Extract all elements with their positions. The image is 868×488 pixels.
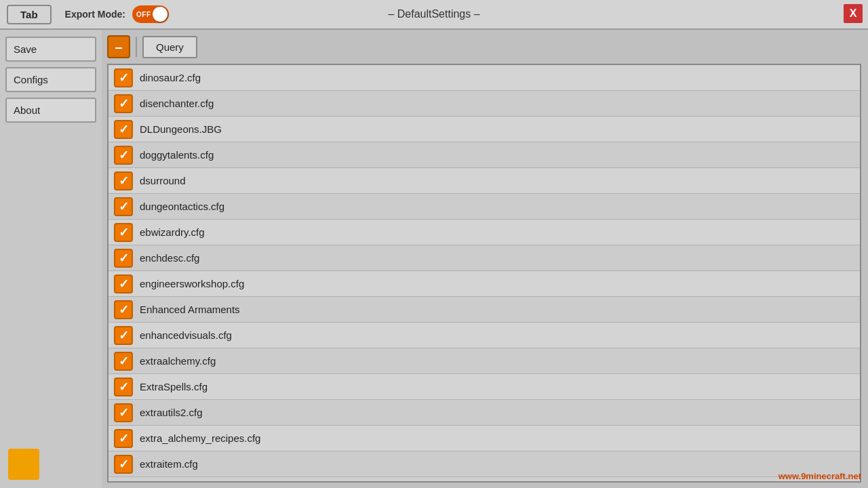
list-item[interactable]: ✓ExtraSpells.cfg <box>108 374 860 400</box>
list-item[interactable]: ✓extrautils2.cfg <box>108 400 860 426</box>
toggle-off-label: OFF <box>136 11 151 18</box>
close-button[interactable]: X <box>844 4 863 23</box>
list-item[interactable]: ✓engineersworkshop.cfg <box>108 271 860 297</box>
item-name: dungeontactics.cfg <box>140 201 224 212</box>
checkbox-icon: ✓ <box>114 300 133 319</box>
item-name: disenchanter.cfg <box>140 98 214 109</box>
list-item[interactable]: ✓enhancedvisuals.cfg <box>108 323 860 348</box>
list-item[interactable]: ✓extra_alchemy_recipes.cfg <box>108 426 860 451</box>
toggle-knob <box>153 7 167 22</box>
checkbox-icon: ✓ <box>114 378 133 396</box>
item-name: enchdesc.cfg <box>140 252 199 264</box>
list-item[interactable]: ✓enchdesc.cfg <box>108 245 860 271</box>
item-name: engineersworkshop.cfg <box>140 278 244 289</box>
tab-button[interactable]: Tab <box>7 5 52 24</box>
item-name: extrautils2.cfg <box>140 407 203 418</box>
list-item[interactable]: ✓extraitem.cfg <box>108 451 860 477</box>
header: Tab Export Mode: OFF – DefaultSettings –… <box>0 0 868 30</box>
checkbox-icon: ✓ <box>114 197 133 216</box>
checkbox-icon: ✓ <box>114 171 133 190</box>
config-list[interactable]: ✓dinosaur2.cfg✓disenchanter.cfg✓DLDungeo… <box>107 64 861 483</box>
item-name: doggytalents.cfg <box>140 149 214 161</box>
checkbox-icon: ✓ <box>114 326 133 345</box>
query-button[interactable]: Query <box>142 36 197 58</box>
list-item[interactable]: ✓disenchanter.cfg <box>108 91 860 117</box>
checkbox-icon: ✓ <box>114 352 133 371</box>
toggle-track[interactable]: OFF <box>132 5 169 23</box>
main-layout: Save Configs About – Query ✓dinosaur2.cf… <box>0 30 868 488</box>
checkbox-icon: ✓ <box>114 249 133 268</box>
list-item[interactable]: ✓extraalchemy.cfg <box>108 348 860 374</box>
checkbox-icon: ✓ <box>114 223 133 242</box>
window-title: – DefaultSettings – <box>388 8 479 20</box>
checkbox-icon: ✓ <box>114 429 133 448</box>
export-mode-label: Export Mode: <box>65 9 125 20</box>
toolbar-divider <box>136 37 137 57</box>
minus-button[interactable]: – <box>107 35 130 58</box>
orange-square <box>8 449 39 480</box>
item-name: extra_alchemy_recipes.cfg <box>140 432 260 444</box>
save-button[interactable]: Save <box>5 37 96 62</box>
item-name: extraitem.cfg <box>140 458 198 470</box>
checkbox-icon: ✓ <box>114 120 133 139</box>
about-button[interactable]: About <box>5 98 96 123</box>
checkbox-icon: ✓ <box>114 274 133 293</box>
checkbox-icon: ✓ <box>114 68 133 87</box>
item-name: dinosaur2.cfg <box>140 72 201 83</box>
list-item[interactable]: ✓dinosaur2.cfg <box>108 65 860 91</box>
item-name: Enhanced Armaments <box>140 304 240 315</box>
list-item[interactable]: ✓ebwizardry.cfg <box>108 220 860 245</box>
toolbar-row: – Query <box>107 35 861 58</box>
item-name: ebwizardry.cfg <box>140 226 205 238</box>
item-name: dsurround <box>140 175 186 186</box>
checkbox-icon: ✓ <box>114 403 133 422</box>
list-item[interactable]: ✓doggytalents.cfg <box>108 142 860 168</box>
list-item[interactable]: ✓Enhanced Armaments <box>108 297 860 323</box>
checkbox-icon: ✓ <box>114 455 133 474</box>
checkbox-icon: ✓ <box>114 146 133 165</box>
item-name: extraalchemy.cfg <box>140 355 216 367</box>
configs-button[interactable]: Configs <box>5 67 96 92</box>
export-mode-toggle[interactable]: OFF <box>132 5 169 23</box>
item-name: ExtraSpells.cfg <box>140 381 208 392</box>
list-item[interactable]: ✓dungeontactics.cfg <box>108 194 860 220</box>
checkbox-icon: ✓ <box>114 94 133 113</box>
item-name: DLDungeons.JBG <box>140 123 222 135</box>
sidebar: Save Configs About <box>0 30 102 488</box>
item-name: enhancedvisuals.cfg <box>140 329 232 341</box>
list-item[interactable]: ✓DLDungeons.JBG <box>108 117 860 142</box>
content-area: – Query ✓dinosaur2.cfg✓disenchanter.cfg✓… <box>102 30 868 488</box>
list-item[interactable]: ✓dsurround <box>108 168 860 194</box>
